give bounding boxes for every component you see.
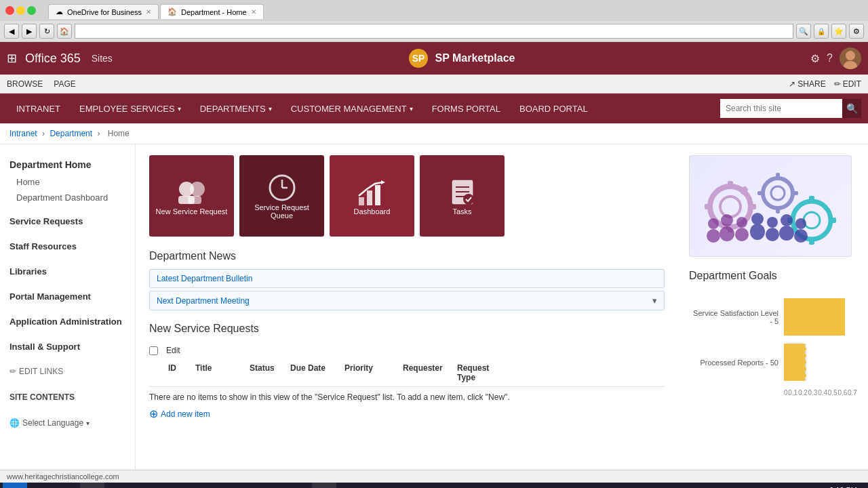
nav-item-departments[interactable]: DEPARTMENTS ▾ <box>191 94 281 123</box>
add-new-label[interactable]: Add new item <box>161 409 210 419</box>
news-item-meeting-header[interactable]: Next Department Meeting ▾ <box>150 291 664 310</box>
sidebar-section-libraries-label[interactable]: Libraries <box>0 262 135 281</box>
back-btn[interactable]: ◀ <box>4 24 19 39</box>
taskbar-ie-icon[interactable]: 🌐 <box>28 483 53 488</box>
chart-row-satisfaction: Service Satisfaction Level - 5 <box>689 298 857 336</box>
refresh-btn[interactable]: ↻ <box>39 24 54 39</box>
taskbar-lync-icon[interactable]: 💬 <box>286 483 311 488</box>
svg-rect-38 <box>829 218 836 223</box>
search-input[interactable] <box>720 99 842 118</box>
axis-06: 0.6 <box>837 389 847 396</box>
breadcrumb-department[interactable]: Department <box>50 129 92 138</box>
nav-item-intranet[interactable]: INTRANET <box>7 94 70 123</box>
taskbar-excel-icon[interactable]: 📊 <box>157 483 182 488</box>
address-bar[interactable]: https://spmarketplace.sharepoint.com/sit… <box>75 24 793 39</box>
taskbar-start-btn[interactable] <box>3 483 27 488</box>
nav-item-board-portal[interactable]: BOARD PORTAL <box>510 94 597 123</box>
news-meeting-link[interactable]: Next Department Meeting <box>157 296 250 306</box>
win-maximize-btn[interactable] <box>27 6 36 15</box>
svg-point-49 <box>766 228 779 241</box>
browser-settings-btn[interactable]: ⚙ <box>849 24 864 39</box>
main-layout: Department Home Home Department Dashboar… <box>0 144 868 470</box>
win-minimize-btn[interactable] <box>16 6 25 15</box>
news-item-bulletin-header[interactable]: Latest Department Bulletin <box>150 270 664 287</box>
taskbar-outlook-icon[interactable]: ✉ <box>235 483 259 488</box>
help-icon[interactable]: ? <box>827 52 833 64</box>
nav-bar: INTRANET EMPLOYEE SERVICES ▾ DEPARTMENTS… <box>0 94 868 123</box>
tile-dashboard[interactable]: Dashboard <box>330 155 414 237</box>
edit-links-button[interactable]: ✏ EDIT LINKS <box>0 361 135 382</box>
breadcrumb-sep-1: › <box>42 129 47 138</box>
svg-point-40 <box>708 218 719 229</box>
share-action[interactable]: ↗ SHARE <box>789 79 825 89</box>
taskbar-skype-icon[interactable]: 📱 <box>312 483 336 488</box>
site-contents-label[interactable]: SITE CONTENTS <box>0 388 135 406</box>
nav-item-customer-management[interactable]: CUSTOMER MANAGEMENT ▾ <box>281 94 422 123</box>
forward-btn[interactable]: ▶ <box>22 24 37 39</box>
dept-goals-section: Department Goals Service Satisfaction Le… <box>689 270 857 403</box>
taskbar-word-icon[interactable]: 📝 <box>183 483 208 488</box>
ribbon-right: ↗ SHARE ✏ EDIT <box>789 79 861 89</box>
user-avatar[interactable] <box>840 47 861 69</box>
home-btn[interactable]: 🏠 <box>57 24 72 39</box>
sites-label[interactable]: Sites <box>92 53 113 64</box>
browser-tab-onedrive[interactable]: ☁ OneDrive for Business ✕ <box>48 4 159 19</box>
chart-bar-satisfaction <box>784 298 845 336</box>
sidebar-section-staff-resources-label[interactable]: Staff Resources <box>0 237 135 256</box>
search-button[interactable]: 🔍 <box>842 99 861 118</box>
taskbar-ppt-icon[interactable]: 📰 <box>209 483 233 488</box>
customer-mgmt-dropdown-arrow: ▾ <box>410 105 413 113</box>
globe-icon: 🌐 <box>9 418 20 428</box>
taskbar-app-icon[interactable]: 🖥 <box>338 483 362 488</box>
axis-0: 0 <box>784 389 788 396</box>
taskbar-onenote-icon[interactable]: 📓 <box>260 483 285 488</box>
sidebar-section-portal-mgmt-label[interactable]: Portal Management <box>0 287 135 306</box>
o365-header: ⊞ Office 365 Sites SP SP Marketplace ⚙ ? <box>0 42 868 75</box>
tile-service-request-queue[interactable]: Service Request Queue <box>239 155 324 237</box>
sidebar-section-app-admin-label[interactable]: Application Administration <box>0 312 135 331</box>
sidebar-item-dept-dashboard[interactable]: Department Dashboard <box>0 190 135 205</box>
star-btn[interactable]: ⭐ <box>831 24 846 39</box>
lock-icon: 🔒 <box>814 24 829 39</box>
sidebar-section-install-support-label[interactable]: Install & Support <box>0 338 135 356</box>
tab-close-icon[interactable]: ✕ <box>146 8 151 16</box>
axis-04: 0.4 <box>818 389 827 396</box>
select-all-checkbox[interactable] <box>149 346 158 355</box>
sidebar-section-service-requests-label[interactable]: Service Requests <box>0 212 135 230</box>
col-checkbox <box>149 362 163 384</box>
svg-point-48 <box>767 217 778 228</box>
ribbon-browse[interactable]: BROWSE <box>7 79 43 89</box>
svg-text:SP: SP <box>412 53 425 64</box>
sidebar-heading: Department Home <box>0 155 135 174</box>
add-new-item[interactable]: ⊕ Add new item <box>149 407 665 420</box>
nav-item-forms-portal[interactable]: FORMS PORTAL <box>422 94 510 123</box>
dept-tab-close-icon[interactable]: ✕ <box>251 8 256 16</box>
taskbar-chrome-icon[interactable]: 🔵 <box>106 483 130 488</box>
news-bulletin-link[interactable]: Latest Department Bulletin <box>157 274 252 283</box>
settings-icon[interactable]: ⚙ <box>810 52 820 65</box>
edit-links-label: EDIT LINKS <box>19 367 63 376</box>
tile-new-service-request[interactable]: New Service Request <box>149 155 234 237</box>
news-meeting-expand-icon[interactable]: ▾ <box>652 296 657 306</box>
select-language[interactable]: 🌐 Select Language ▾ <box>0 413 135 433</box>
tile-new-service-label: New Service Request <box>156 207 228 216</box>
breadcrumb-intranet[interactable]: Intranet <box>9 129 37 138</box>
sidebar-section-portal-mgmt: Portal Management <box>0 287 135 306</box>
col-requester: Requester <box>397 362 452 384</box>
waffle-menu-icon[interactable]: ⊞ <box>7 51 17 66</box>
axis-03: 0.3 <box>808 389 818 396</box>
tile-tasks[interactable]: Tasks <box>420 155 505 237</box>
taskbar-settings-icon[interactable]: ⚙ <box>132 483 156 488</box>
browser-tab-dept-home[interactable]: 🏠 Department - Home ✕ <box>160 4 264 19</box>
edit-action[interactable]: ✏ EDIT <box>834 79 861 89</box>
table-toolbar: Edit <box>149 342 665 359</box>
svg-marker-15 <box>381 180 385 184</box>
search-btn[interactable]: 🔍 <box>796 24 811 39</box>
taskbar-folder-icon[interactable]: 📁 <box>54 483 79 488</box>
ribbon-page[interactable]: PAGE <box>54 79 75 89</box>
taskbar-firefox-icon[interactable]: 🦊 <box>80 483 104 488</box>
nav-item-employee-services[interactable]: EMPLOYEE SERVICES ▾ <box>70 94 191 123</box>
win-close-btn[interactable] <box>5 6 14 15</box>
browser-title-bar: ☁ OneDrive for Business ✕ 🏠 Department -… <box>0 0 868 21</box>
sidebar-item-home[interactable]: Home <box>0 174 135 190</box>
